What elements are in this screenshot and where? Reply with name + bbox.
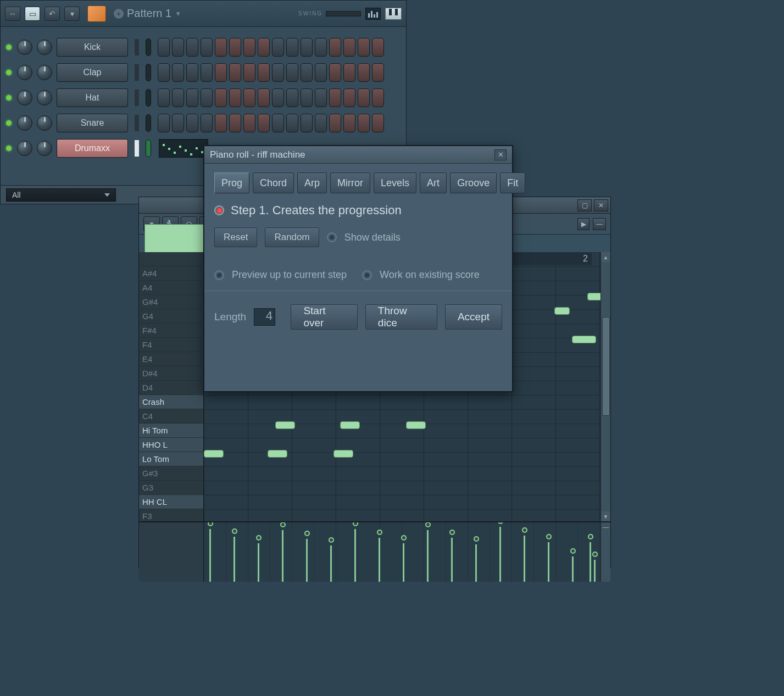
velocity-handle[interactable] [353, 522, 358, 526]
piano-key[interactable]: HHO L [139, 438, 203, 452]
velocity-handle[interactable] [425, 522, 431, 527]
tab-chord[interactable]: Chord [253, 172, 294, 193]
velocity-stem[interactable] [548, 542, 549, 582]
step-button[interactable] [286, 38, 298, 57]
pan-knob[interactable] [17, 115, 32, 131]
channel-filter-select[interactable]: All [6, 188, 116, 202]
pan-knob[interactable] [17, 65, 32, 80]
tab-fit[interactable]: Fit [500, 172, 525, 193]
step-button[interactable] [186, 38, 198, 57]
preview-option[interactable]: Preview up to current step [214, 269, 347, 281]
tab-mirror[interactable]: Mirror [330, 172, 370, 193]
step-button[interactable] [201, 63, 213, 82]
header-button-expand[interactable]: ↔ [5, 7, 20, 21]
note[interactable] [204, 450, 224, 458]
step-button[interactable] [329, 38, 341, 57]
step-button[interactable] [172, 88, 184, 107]
velocity-handle[interactable] [592, 552, 598, 557]
velocity-stem[interactable] [475, 544, 477, 582]
step-button[interactable] [301, 63, 313, 82]
piano-key[interactable]: D#4 [139, 366, 203, 381]
step-button[interactable] [329, 63, 341, 82]
velocity-stem[interactable] [258, 543, 259, 582]
step-button[interactable] [315, 88, 327, 107]
velocity-stem[interactable] [451, 538, 453, 582]
channel-selector[interactable] [135, 140, 139, 157]
channel-led[interactable] [6, 70, 12, 75]
step-button[interactable] [372, 38, 384, 57]
piano-roll-keys[interactable]: A#4A4G#4G4F#4F4E4D#4D4CrashC4Hi TomHHO L… [139, 252, 204, 521]
keyboard-icon[interactable] [385, 8, 402, 20]
step-button[interactable] [186, 88, 198, 107]
meter-icon[interactable] [365, 8, 381, 20]
note[interactable] [333, 450, 353, 458]
channel-led[interactable] [6, 95, 12, 101]
step-button[interactable] [301, 114, 313, 132]
velocity-stem[interactable] [282, 530, 283, 582]
channel-button[interactable]: Snare [57, 114, 128, 132]
velocity-handle[interactable] [498, 522, 503, 524]
velocity-stem[interactable] [499, 527, 501, 582]
step-button[interactable] [329, 114, 341, 132]
step-button[interactable] [229, 88, 241, 107]
header-button-menu[interactable]: ▾ [64, 7, 80, 21]
scroll-thumb[interactable] [602, 317, 610, 416]
note[interactable] [587, 293, 600, 300]
step-button[interactable] [372, 63, 384, 82]
swing-control[interactable]: SWING [298, 10, 361, 16]
step-button[interactable] [229, 114, 241, 132]
step-button[interactable] [272, 63, 284, 82]
step-button[interactable] [315, 38, 327, 57]
step-button[interactable] [229, 38, 241, 57]
length-value[interactable]: 4 [254, 308, 275, 326]
step-button[interactable] [343, 63, 355, 82]
velocity-stem[interactable] [354, 529, 356, 582]
piano-key[interactable]: F4 [139, 338, 203, 352]
note[interactable] [406, 421, 426, 429]
channel-led[interactable] [6, 120, 12, 126]
step-button[interactable] [258, 114, 270, 132]
piano-key[interactable]: A4 [139, 281, 203, 295]
step-button[interactable] [243, 63, 255, 82]
step-button[interactable] [172, 114, 184, 132]
piano-key[interactable]: Hi Tom [139, 424, 203, 438]
velocity-stem[interactable] [590, 542, 591, 582]
channel-led[interactable] [6, 146, 12, 151]
show-details-option[interactable]: Show details [327, 232, 401, 243]
step-button[interactable] [243, 88, 255, 107]
step-button[interactable] [372, 88, 384, 107]
maximize-button[interactable]: ▢ [577, 199, 592, 211]
pan-knob[interactable] [17, 40, 32, 55]
channel-selector[interactable] [135, 39, 139, 55]
header-button-undo[interactable]: ↶ [45, 7, 60, 21]
scroll-up-arrow[interactable]: ▲ [601, 252, 610, 262]
pan-knob[interactable] [17, 90, 32, 105]
volume-knob[interactable] [37, 90, 52, 105]
tab-groove[interactable]: Groove [450, 172, 497, 193]
step-button[interactable] [343, 88, 355, 107]
step-button[interactable] [301, 38, 313, 57]
step-button[interactable] [329, 88, 341, 107]
throw-dice-button[interactable]: Throw dice [365, 304, 437, 330]
step-button[interactable] [158, 114, 170, 132]
channel-button[interactable]: Drumaxx [57, 139, 128, 158]
velocity-stem[interactable] [233, 537, 235, 582]
piano-key[interactable]: G#3 [139, 466, 203, 481]
velocity-handle[interactable] [401, 535, 407, 541]
step-button[interactable] [215, 38, 227, 57]
channel-button[interactable]: Hat [57, 88, 128, 107]
piano-key[interactable]: A#4 [139, 266, 203, 281]
step-indicator[interactable] [146, 114, 151, 132]
close-button[interactable]: ✕ [494, 149, 507, 160]
piano-key[interactable]: G#4 [139, 295, 203, 309]
step-button[interactable] [186, 63, 198, 82]
plus-icon[interactable]: + [114, 9, 124, 19]
piano-key[interactable]: C4 [139, 409, 203, 424]
pan-knob[interactable] [17, 141, 32, 156]
tab-levels[interactable]: Levels [374, 172, 416, 193]
step-button[interactable] [358, 88, 370, 107]
step-indicator[interactable] [146, 89, 151, 107]
velocity-handle[interactable] [546, 534, 552, 539]
note[interactable] [340, 421, 360, 429]
step-button[interactable] [172, 38, 184, 57]
